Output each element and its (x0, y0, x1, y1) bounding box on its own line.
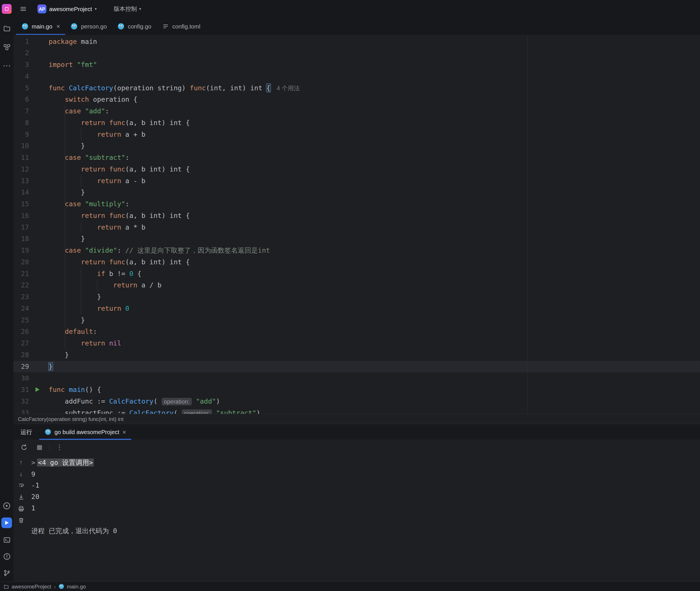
code-line[interactable]: 17 return a * b (13, 221, 700, 233)
rerun-button[interactable] (19, 442, 29, 453)
chevron-down-icon: ▾ (139, 7, 141, 11)
scroll-to-end-button[interactable] (16, 492, 26, 502)
code-line[interactable]: 6 switch operation { (13, 94, 700, 106)
scroll-down-button[interactable]: ↓ (16, 469, 26, 478)
run-panel-title[interactable]: 运行 (13, 424, 39, 440)
vcs-widget[interactable]: 版本控制 ▾ (111, 4, 144, 14)
scroll-up-button[interactable]: ↑ (16, 457, 26, 467)
console-line: ><4 go 设置调用> (31, 457, 695, 468)
code-line[interactable]: 33 subtractFunc := CalcFactory( operatio… (13, 407, 700, 414)
stop-button[interactable] (34, 442, 45, 453)
code-line[interactable]: 26 default: (13, 326, 700, 337)
line-number: 19 (13, 245, 29, 256)
code-line[interactable]: 8 return func(a, b int) int { (13, 117, 700, 129)
soft-wrap-button[interactable] (16, 480, 26, 490)
close-icon[interactable]: × (123, 429, 126, 436)
code-text (49, 71, 700, 82)
toml-file-icon (162, 23, 169, 30)
tab-main-go[interactable]: main.go × (16, 18, 65, 35)
project-name: awesomeProject (49, 6, 92, 12)
code-line[interactable]: 4 (13, 71, 700, 82)
code-line[interactable]: 3import "fmt" (13, 59, 700, 71)
terminal-tool-button[interactable] (2, 535, 11, 544)
console-command[interactable]: <4 go 设置调用> (37, 459, 94, 466)
code-line[interactable]: 25 } (13, 315, 700, 326)
line-number: 30 (13, 372, 29, 384)
code-line[interactable]: 21 if b != 0 { (13, 268, 700, 280)
main-menu-button[interactable] (18, 4, 29, 14)
more-tool-windows-button[interactable]: ⋯ (2, 61, 11, 70)
code-text: } (49, 315, 700, 326)
main-toolbar: AP awesomeProject ▾ 版本控制 ▾ (0, 0, 700, 18)
print-button[interactable] (16, 504, 26, 513)
run-config-tab[interactable]: go build awesomeProject × (39, 424, 132, 440)
code-text: subtractFunc := CalcFactory( operation: … (49, 407, 700, 414)
code-line[interactable]: 10 } (13, 140, 700, 152)
project-tool-button[interactable] (2, 23, 11, 33)
code-editor[interactable]: 1package main23import "fmt"45func CalcFa… (13, 35, 700, 414)
gutter-slot (29, 47, 49, 59)
code-line[interactable]: 18 } (13, 233, 700, 245)
line-number: 5 (13, 82, 29, 94)
code-line[interactable]: 22 return a / b (13, 279, 700, 291)
tab-config-toml[interactable]: config.toml (157, 18, 206, 35)
code-text: } (49, 233, 700, 245)
run-console[interactable]: ↑ ↓ ><4 go 设置调用>9-1201 进程 已完成，退出代码为 0 (13, 455, 700, 581)
close-icon[interactable]: × (56, 23, 60, 29)
code-line[interactable]: 29} (13, 361, 700, 373)
structure-tool-button[interactable] (2, 42, 11, 52)
code-line[interactable]: 12 return func(a, b int) int { (13, 163, 700, 175)
project-widget[interactable]: AP awesomeProject ▾ (35, 3, 99, 15)
indent-guide (81, 268, 81, 315)
code-line[interactable]: 20 return func(a, b int) int { (13, 256, 700, 268)
tab-person-go[interactable]: person.go (66, 18, 112, 35)
code-line[interactable]: 30 (13, 372, 700, 384)
code-line[interactable]: 27 return nil (13, 337, 700, 349)
code-line[interactable]: 7 case "add": (13, 106, 700, 117)
problems-tool-button[interactable] (2, 551, 11, 561)
code-line[interactable]: 5func CalcFactory(operation string) func… (13, 82, 700, 94)
gutter-slot (29, 106, 49, 117)
gutter-slot (29, 128, 49, 140)
code-line[interactable]: 23 } (13, 291, 700, 303)
gutter-slot (29, 291, 49, 303)
code-line[interactable]: 28 } (13, 349, 700, 361)
clear-console-button[interactable] (16, 515, 26, 525)
tab-config-go[interactable]: config.go (112, 18, 157, 35)
code-text: return func(a, b int) int { (49, 210, 700, 221)
type-info-bar: CalcFactory(operation string) func(int, … (13, 414, 700, 423)
code-line[interactable]: 31func main() { (13, 384, 700, 396)
code-line[interactable]: 2 (13, 47, 700, 59)
type-info-text: CalcFactory(operation string) func(int, … (18, 416, 124, 422)
gutter-slot (29, 117, 49, 129)
run-gutter-button[interactable] (29, 384, 49, 396)
code-line[interactable]: 15 case "multiply": (13, 198, 700, 210)
code-line[interactable]: 1package main (13, 36, 700, 47)
code-line[interactable]: 14 } (13, 187, 700, 198)
code-line[interactable]: 11 case "subtract": (13, 152, 700, 163)
version-control-tool-button[interactable] (2, 568, 11, 578)
more-options-button[interactable]: ⋮ (54, 442, 65, 453)
project-avatar: AP (38, 5, 47, 13)
run-tool-button[interactable] (1, 518, 12, 528)
console-side-toolbar: ↑ ↓ (13, 457, 28, 525)
code-line[interactable]: 32 addFunc := CalcFactory( operation: "a… (13, 396, 700, 407)
go-file-icon (45, 429, 52, 436)
code-line[interactable]: 16 return func(a, b int) int { (13, 210, 700, 221)
code-line[interactable]: 13 return a - b (13, 175, 700, 187)
line-number: 24 (13, 303, 29, 315)
line-number: 16 (13, 210, 29, 221)
line-number: 21 (13, 268, 29, 280)
code-line[interactable]: 24 return 0 (13, 303, 700, 315)
code-text: return 0 (49, 303, 700, 315)
gutter-slot (29, 198, 49, 210)
console-prompt: > (31, 459, 35, 466)
gutter-slot (29, 326, 49, 337)
code-line[interactable]: 19 case "divide": // 这里是向下取整了，因为函数签名返回是i… (13, 245, 700, 256)
breadcrumb-project[interactable]: awesomeProject (12, 583, 51, 590)
services-tool-button[interactable] (2, 501, 11, 511)
code-text: return a - b (49, 175, 700, 187)
code-line[interactable]: 9 return a + b (13, 128, 700, 140)
breadcrumb-file[interactable]: main.go (67, 583, 86, 590)
indent-guide (65, 106, 65, 349)
